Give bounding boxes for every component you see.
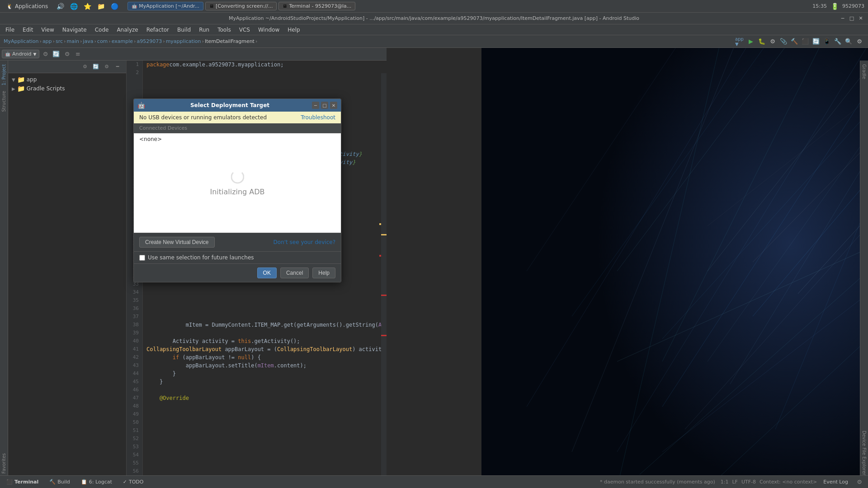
device-file-explorer-tab[interactable]: Device File Explorer [862,431,867,475]
menu-refactor[interactable]: Refactor [143,26,173,34]
menu-window[interactable]: Window [255,26,283,34]
checkbox-row: Use same selection for future launches [134,251,341,263]
gutter-mark-yellow [381,234,387,235]
search-button[interactable]: 🔍 [844,37,854,47]
build-tab[interactable]: 🔨 Build [47,478,73,486]
sound-icon[interactable]: 🔊 [56,2,64,10]
menu-vcs[interactable]: VCS [236,26,254,34]
dialog-close-button[interactable]: ✕ [330,102,337,109]
cancel-button[interactable]: Cancel [280,267,309,278]
taskbar-screen-item[interactable]: 🖥 [Converting screen://... [205,2,277,10]
breadcrumb-app[interactable]: app [42,38,52,44]
project-icon3[interactable]: ⚙ [102,62,112,72]
project-tree: ▼ 📁 app ▶ 📁 Gradle Scripts [8,73,126,95]
breadcrumb-main[interactable]: main [66,38,79,44]
device-list[interactable]: <none> Initializing ADB [134,133,341,233]
project-icon2[interactable]: 🔄 [91,62,101,72]
build-button[interactable]: 🔨 [789,37,799,47]
dont-see-device-link[interactable]: Don't see your device? [274,239,335,245]
future-launches-label[interactable]: Use same selection for future launches [148,254,254,261]
breadcrumb-a9529073[interactable]: a9529073 [137,38,162,44]
terminal-tab[interactable]: ⬛ Terminal [4,478,41,486]
network-icon[interactable]: 🌐 [70,2,78,10]
todo-icon: ✓ [123,479,127,485]
breadcrumb-myapplication[interactable]: MyApplication [4,38,38,44]
future-launches-checkbox[interactable] [139,255,145,261]
troubleshoot-link[interactable]: Troubleshoot [301,114,335,121]
applications-menu[interactable]: 🐧 Applications [4,2,51,10]
project-icon4[interactable]: ━ [113,62,123,72]
menu-help[interactable]: Help [284,26,303,34]
tree-item-app[interactable]: ▼ 📁 app [8,75,126,84]
toolbar-icons: app ▼ ▶ 🐛 ⚙ 📎 🔨 ⬛ 🔄 📱 🔧 🔍 ⚙ [735,37,864,47]
tree-label-gradle: Gradle Scripts [27,85,65,92]
menu-view[interactable]: View [38,26,57,34]
android-view-dropdown[interactable]: 🤖 Android ▼ [2,50,39,58]
folder-icon[interactable]: 📁 [97,2,105,10]
menu-analyze[interactable]: Analyze [113,26,142,34]
settings-button[interactable]: ⚙ [854,37,864,47]
ok-button[interactable]: OK [257,267,277,278]
browser-icon[interactable]: 🔵 [110,2,118,10]
sync-button[interactable]: 🔄 [811,37,821,47]
event-log-tab[interactable]: Event Log [821,478,851,486]
dialog-minimize-button[interactable]: ─ [312,102,319,109]
tree-item-gradle[interactable]: ▶ 📁 Gradle Scripts [8,84,126,93]
menu-build[interactable]: Build [174,26,194,34]
scrollbar-gutter [381,73,387,475]
breadcrumb-java[interactable]: java [83,38,93,44]
sidebar-tab-structure[interactable]: Structure [0,89,7,114]
taskbar-android-studio[interactable]: 🤖 MyApplication [~/Andr... [127,2,203,10]
taskbar-terminal[interactable]: 🖥 Terminal - 9529073@la... [278,2,355,10]
sidebar-tab-project[interactable]: 1: Project [0,62,7,87]
breadcrumb-itemdetailfragment[interactable]: ItemDetailFragment [205,38,255,44]
close-button[interactable]: ✕ [857,15,864,22]
breadcrumb-example[interactable]: example [112,38,133,44]
title-bar: MyApplication ~/AndroidStudioProjects/My… [0,13,868,24]
sdk-button[interactable]: 🔧 [833,37,843,47]
todo-tab[interactable]: ✓ TODO [120,478,146,486]
applications-icon: 🐧 [6,3,13,9]
help-button[interactable]: Help [312,267,335,278]
gradle-tab[interactable]: Gradle [862,64,867,79]
run-button[interactable]: ▶ [746,37,756,47]
right-panel: Gradle Device File Explorer [860,61,868,475]
nav-bar: MyApplication › app › src › main › java … [0,35,868,48]
coverage-button[interactable]: ⚙ [768,37,778,47]
menu-edit[interactable]: Edit [19,26,37,34]
sidebar-tab-favorites[interactable]: Favorites [0,451,7,475]
debug-button[interactable]: 🐛 [757,37,767,47]
project-sync-icon[interactable]: 🔄 [51,49,61,59]
breadcrumb-myapplication2[interactable]: myapplication [166,38,201,44]
menu-code[interactable]: Code [91,26,113,34]
line-indicator-yellow [379,223,381,225]
avd-button[interactable]: 📱 [822,37,832,47]
dialog-maximize-button[interactable]: □ [321,102,328,109]
project-settings-icon[interactable]: ⚙ [40,49,50,59]
star-icon[interactable]: ⭐ [83,2,91,10]
minimize-button[interactable]: ─ [839,15,846,22]
tree-arrow-gradle: ▶ [12,86,15,91]
run-config-dropdown[interactable]: app ▼ [735,37,745,47]
project-panel: ⚙ 🔄 ⚙ ━ ▼ 📁 app ▶ 📁 Gradle Scripts [8,61,127,475]
breadcrumb-src[interactable]: src [56,38,63,44]
stop-button[interactable]: ⬛ [800,37,810,47]
system-username: 9529073 [842,3,864,9]
menu-navigate[interactable]: Navigate [59,26,90,34]
attach-button[interactable]: 📎 [778,37,788,47]
maximize-button[interactable]: □ [848,15,855,22]
project-icon1[interactable]: ⚙ [80,62,90,72]
menu-run[interactable]: Run [195,26,213,34]
bottom-settings-icon[interactable]: ⚙ [854,477,864,487]
folder-icon-gradle: 📁 [17,85,25,92]
menu-file[interactable]: File [2,26,18,34]
adb-loading-indicator: Initializing ADB [210,170,264,196]
breadcrumb-com[interactable]: com [97,38,108,44]
project-more-icon[interactable]: ≡ [73,49,83,59]
project-config-icon[interactable]: ⚙ [62,49,72,59]
create-new-virtual-device-button[interactable]: Create New Virtual Device [139,237,215,248]
tree-arrow-app: ▼ [12,77,15,82]
project-header-icons: ⚙ 🔄 ⚙ ━ [80,62,123,72]
logcat-tab[interactable]: 📋 6: Logcat [78,478,115,486]
menu-tools[interactable]: Tools [214,26,235,34]
